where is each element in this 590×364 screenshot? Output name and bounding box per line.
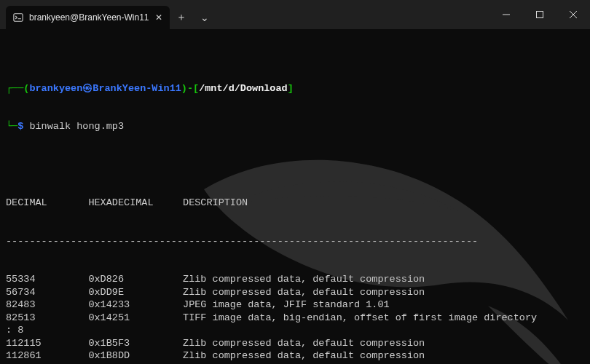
new-tab-button[interactable]: ＋ <box>170 6 193 29</box>
table-row: 112115 0x1B5F3 Zlib compressed data, def… <box>6 337 584 350</box>
tab-title: brankyeen@BrankYeen-Win11 <box>29 12 149 23</box>
table-row: 82483 0x14233 JPEG image data, JFIF stan… <box>6 298 584 312</box>
active-tab[interactable]: brankyeen@BrankYeen-Win11 ✕ <box>6 6 170 29</box>
tab-dropdown-button[interactable]: ⌄ <box>193 6 216 29</box>
maximize-button[interactable] <box>523 0 556 29</box>
table-separator: ----------------------------------------… <box>6 235 584 248</box>
table-row-continuation: : 8 <box>6 324 584 337</box>
blank-line <box>6 159 584 172</box>
tab-close-button[interactable]: ✕ <box>155 12 162 23</box>
table-row: 56734 0xDD9E Zlib compressed data, defau… <box>6 286 584 299</box>
terminal-area[interactable]: ┌──(brankyeen㉿BrankYeen-Win11)-[/mnt/d/D… <box>0 29 590 364</box>
close-button[interactable] <box>556 0 590 29</box>
table-row: 112861 0x1B8DD Zlib compressed data, def… <box>6 349 584 363</box>
titlebar: brankyeen@BrankYeen-Win11 ✕ ＋ ⌄ <box>0 0 590 29</box>
table-row: 55334 0xD826 Zlib compressed data, defau… <box>6 273 584 286</box>
terminal-icon <box>13 12 23 23</box>
svg-rect-2 <box>537 12 543 18</box>
command-line: └─$ binwalk hong.mp3 <box>6 120 584 133</box>
window-controls <box>489 0 590 29</box>
table-row: 82513 0x14251 TIFF image data, big-endia… <box>6 312 584 325</box>
tab-strip: brankyeen@BrankYeen-Win11 ✕ ＋ ⌄ <box>0 0 216 29</box>
prompt-line: ┌──(brankyeen㉿BrankYeen-Win11)-[/mnt/d/D… <box>6 82 584 95</box>
table-rows: 55334 0xD826 Zlib compressed data, defau… <box>6 273 584 364</box>
table-header: DECIMAL HEXADECIMAL DESCRIPTION <box>6 197 584 210</box>
minimize-button[interactable] <box>489 0 523 29</box>
svg-rect-0 <box>14 14 23 22</box>
